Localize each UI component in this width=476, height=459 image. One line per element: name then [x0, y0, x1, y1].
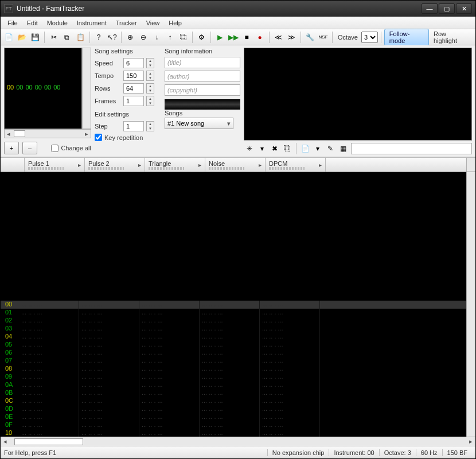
play-loop-icon[interactable]: ▶▶ — [227, 31, 239, 44]
tempo-spinner-icon[interactable]: ▲▼ — [146, 71, 154, 81]
rows-label: Rows — [95, 85, 121, 92]
cut-icon[interactable]: ✂ — [48, 31, 60, 44]
inst-delete-icon[interactable]: ✖ — [269, 143, 280, 154]
inst-arrow-icon[interactable]: ▾ — [256, 143, 268, 154]
speed-spinner-icon[interactable]: ▲▼ — [146, 58, 154, 68]
inst-new-icon[interactable]: ✳ — [244, 143, 255, 154]
inst-prop-icon[interactable]: ▦ — [337, 143, 349, 154]
add-frame-icon[interactable]: ⊕ — [124, 31, 136, 44]
module-properties-icon[interactable]: 🔧 — [304, 31, 316, 44]
menu-view[interactable]: View — [142, 18, 165, 28]
move-up-icon[interactable]: ↑ — [164, 31, 176, 44]
channel-pulse2[interactable]: Pulse 2▸ — [85, 158, 145, 172]
pattern-row[interactable]: 0E... .. . ...... .. . ...... .. . .....… — [1, 413, 466, 421]
channel-vscroll-top[interactable] — [466, 158, 475, 172]
nsf-icon[interactable]: NSF — [317, 31, 329, 44]
rewind-icon[interactable]: ≪ — [272, 31, 284, 44]
speed-input[interactable] — [123, 58, 144, 68]
help-icon[interactable]: ? — [93, 31, 105, 44]
forward-icon[interactable]: ≫ — [286, 31, 298, 44]
pattern-row[interactable]: 0C... .. . ...... .. . ...... .. . .....… — [1, 397, 466, 405]
pattern-row[interactable]: 0D... .. . ...... .. . ...... .. . .....… — [1, 405, 466, 413]
step-input[interactable] — [123, 121, 144, 131]
rows-spinner-icon[interactable]: ▲▼ — [146, 83, 154, 94]
settings-icon[interactable]: ⚙ — [196, 31, 208, 44]
pattern-row[interactable]: 00... .. . ...... .. . ...... .. . .....… — [1, 301, 466, 309]
menu-edit[interactable]: Edit — [22, 18, 42, 28]
app-window: FT Untitled - FamiTracker — ▢ ✕ File Edi… — [0, 0, 476, 459]
frame-remove-button[interactable]: – — [22, 142, 37, 154]
menu-tracker[interactable]: Tracker — [111, 18, 142, 28]
stop-icon[interactable]: ■ — [241, 31, 253, 44]
step-spinner-icon[interactable]: ▲▼ — [146, 121, 154, 131]
status-expansion: No expansion chip — [267, 449, 329, 456]
menu-help[interactable]: Help — [164, 18, 186, 28]
close-button[interactable]: ✕ — [456, 3, 472, 14]
frame-hscroll[interactable]: ◂▸ — [4, 129, 91, 138]
pattern-hscroll[interactable]: ◂▸ — [1, 437, 475, 446]
frame-add-button[interactable]: + — [4, 142, 19, 154]
pattern-row[interactable]: 01... .. . ...... .. . ...... .. . .....… — [1, 309, 466, 317]
pattern-row[interactable]: 0F... .. . ...... .. . ...... .. . .....… — [1, 421, 466, 429]
status-instrument: Instrument: 00 — [329, 449, 379, 456]
save-icon[interactable]: 💾 — [29, 31, 41, 44]
maximize-button[interactable]: ▢ — [439, 3, 455, 14]
minimize-button[interactable]: — — [422, 3, 438, 14]
remove-frame-icon[interactable]: ⊖ — [138, 31, 150, 44]
pattern-row[interactable]: 07... .. . ...... .. . ...... .. . .....… — [1, 357, 466, 365]
row-highlight-label[interactable]: Row highlight — [430, 30, 473, 44]
status-octave: Octave: 3 — [379, 449, 416, 456]
octave-select[interactable]: 3 — [361, 32, 378, 43]
channel-dpcm[interactable]: DPCM▸ — [266, 158, 326, 172]
pattern-row[interactable]: 06... .. . ...... .. . ...... .. . .....… — [1, 349, 466, 357]
pattern-row[interactable]: 08... .. . ...... .. . ...... .. . .....… — [1, 365, 466, 373]
channel-pulse1[interactable]: Pulse 1▸ — [25, 158, 85, 172]
pattern-row[interactable]: 04... .. . ...... .. . ...... .. . .....… — [1, 333, 466, 341]
instrument-name-input[interactable] — [351, 143, 472, 154]
frames-spinner-icon[interactable]: ▲▼ — [146, 96, 154, 106]
tempo-input[interactable] — [123, 71, 144, 81]
frame-vscroll[interactable] — [82, 48, 91, 129]
inst-save-icon[interactable]: ▾ — [312, 143, 323, 154]
octave-label: Octave — [338, 34, 358, 41]
rows-input[interactable] — [123, 83, 144, 94]
status-help: For Help, press F1 — [4, 449, 56, 456]
channel-triangle[interactable]: Triangle▸ — [145, 158, 205, 172]
record-icon[interactable]: ● — [254, 31, 266, 44]
inst-edit-icon[interactable]: ✎ — [325, 143, 336, 154]
song-copyright-input[interactable]: (copyright) — [165, 84, 240, 96]
copy-icon[interactable]: ⧉ — [61, 31, 73, 44]
pattern-row[interactable]: 05... .. . ...... .. . ...... .. . .....… — [1, 341, 466, 349]
new-icon[interactable]: 📄 — [3, 31, 15, 44]
pattern-editor[interactable]: 00... .. . ...... .. . ...... .. . .....… — [1, 172, 466, 437]
open-icon[interactable]: 📂 — [16, 31, 28, 44]
channel-noise[interactable]: Noise▸ — [205, 158, 266, 172]
pattern-row[interactable]: 0A... .. . ...... .. . ...... .. . .....… — [1, 381, 466, 389]
song-select[interactable]: #1 New song▾ — [165, 118, 233, 129]
pattern-row[interactable]: 09... .. . ...... .. . ...... .. . .....… — [1, 373, 466, 381]
pattern-row[interactable]: 02... .. . ...... .. . ...... .. . .....… — [1, 317, 466, 325]
frame-editor[interactable]: 00 00 00 00 00 00 — [4, 48, 82, 129]
pattern-vscroll[interactable] — [466, 172, 475, 437]
song-author-input[interactable]: (author) — [165, 71, 240, 82]
duplicate-icon[interactable]: ⿻ — [177, 31, 189, 44]
follow-mode-button[interactable]: Follow-mode — [384, 29, 429, 46]
paste-icon[interactable]: 📋 — [75, 31, 87, 44]
menu-instrument[interactable]: Instrument — [72, 18, 111, 28]
song-title-input[interactable]: (title) — [165, 57, 240, 68]
inst-load-icon[interactable]: 📄 — [299, 143, 311, 154]
pattern-row[interactable]: 03... .. . ...... .. . ...... .. . .....… — [1, 325, 466, 333]
frames-input[interactable] — [123, 96, 144, 106]
titlebar: FT Untitled - FamiTracker — ▢ ✕ — [1, 1, 475, 17]
play-icon[interactable]: ▶ — [214, 31, 226, 44]
cursor-icon[interactable]: ↖? — [106, 31, 118, 44]
pattern-row[interactable]: 0B... .. . ...... .. . ...... .. . .....… — [1, 389, 466, 397]
menu-module[interactable]: Module — [42, 18, 72, 28]
move-down-icon[interactable]: ↓ — [151, 31, 163, 44]
key-repetition-checkbox[interactable]: Key repetition — [95, 134, 161, 141]
menu-file[interactable]: File — [3, 18, 22, 28]
pattern-row[interactable]: 10... .. . ...... .. . ...... .. . .....… — [1, 429, 466, 437]
change-all-checkbox[interactable]: Change all — [51, 145, 91, 152]
inst-clone-icon[interactable]: ⿻ — [282, 143, 293, 154]
instrument-toolbar: ✳ ▾ ✖ ⿻ 📄 ▾ ✎ ▦ — [244, 143, 349, 154]
